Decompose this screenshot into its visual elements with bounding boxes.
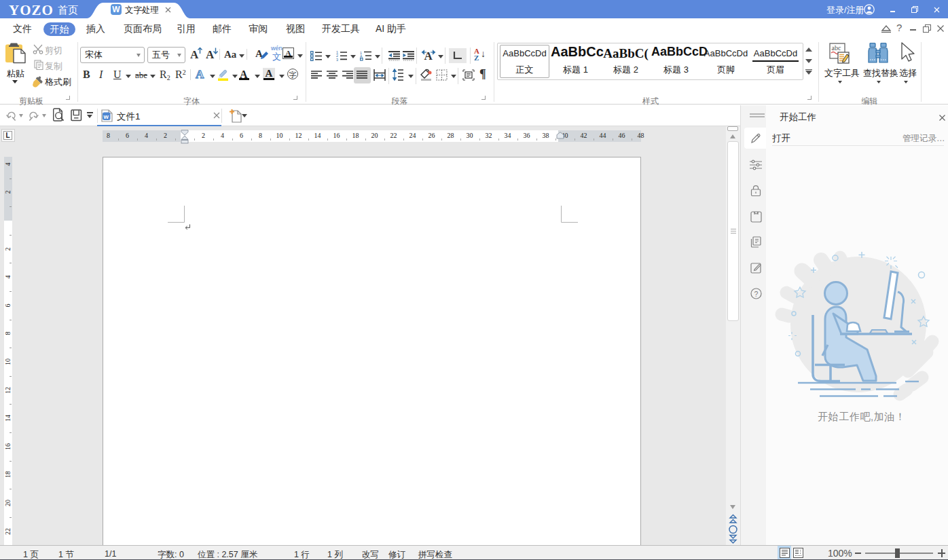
svg-text:A: A — [190, 48, 199, 60]
svg-text:3: 3 — [336, 58, 338, 61]
svg-text:abc: abc — [832, 44, 841, 52]
svg-text:A: A — [424, 50, 433, 62]
svg-text:w: w — [103, 113, 109, 120]
svg-text:?: ? — [754, 290, 759, 298]
svg-text:A: A — [206, 48, 215, 60]
